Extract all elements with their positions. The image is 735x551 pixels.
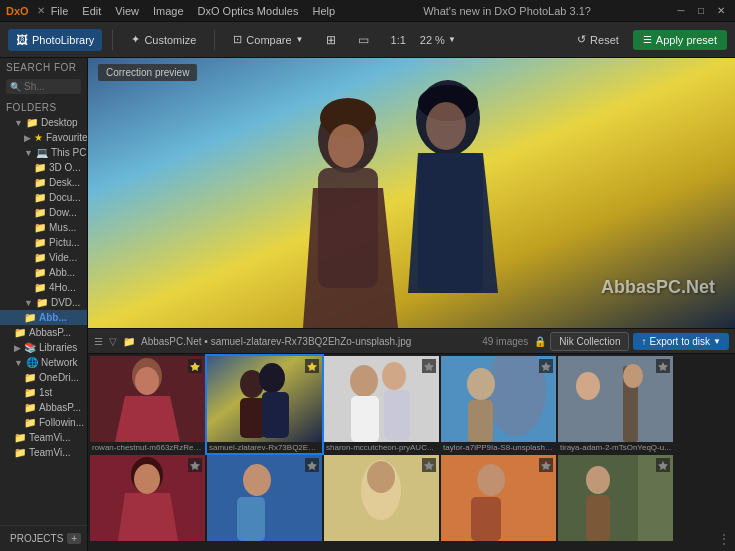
projects-add-button[interactable]: + (67, 533, 81, 544)
apply-preset-icon: ☰ (643, 34, 652, 45)
folder-arrow: ▼ (14, 358, 23, 368)
export-label: Export to disk (649, 336, 710, 347)
projects-row[interactable]: PROJECTS + (6, 530, 81, 547)
menu-help[interactable]: Help (306, 3, 341, 19)
thumbnail-label-6 (90, 541, 205, 543)
folder-item-pic[interactable]: 📁 Pictu... (0, 235, 87, 250)
thumbnail-label-5: tiraya-adam-2-mTsOnYeqQ-u... (558, 442, 673, 453)
folder-label: AbbasP... (29, 327, 71, 338)
filter-icon[interactable]: ☰ (94, 336, 103, 347)
compare-label: Compare (246, 34, 291, 46)
folder-item-onedrive[interactable]: 📁 OneDri... (0, 370, 87, 385)
thumbnail-item-5[interactable]: tiraya-adam-2-mTsOnYeqQ-u... (558, 356, 673, 453)
folder-item-abb-active[interactable]: 📁 Abb... (0, 310, 87, 325)
reset-button[interactable]: ↺ Reset (569, 29, 627, 50)
folder-item-thispc[interactable]: ▼ 💻 This PC (0, 145, 87, 160)
folder-item-abb1[interactable]: 📁 Abb... (0, 265, 87, 280)
svg-rect-46 (586, 495, 610, 541)
view-mode-button[interactable]: ⊞ (318, 29, 344, 51)
window-controls[interactable]: ─ □ ✕ (673, 3, 729, 19)
thumbnail-item-10[interactable] (558, 455, 673, 543)
folder-label: AbbasP... (39, 402, 81, 413)
compare-button[interactable]: ⊡ Compare ▼ (225, 29, 311, 50)
folder-label: Abb... (39, 312, 67, 323)
search-input[interactable] (24, 81, 74, 92)
folder-arrow: ▼ (14, 118, 23, 128)
lock-icon: 🔒 (534, 336, 546, 347)
folder-label: 1st (39, 387, 52, 398)
folder-item-down[interactable]: 📁 Dow... (0, 205, 87, 220)
folder-item-dvd[interactable]: ▼ 📁 DVD... (0, 295, 87, 310)
thumbnail-badge-9 (539, 458, 553, 472)
zoom-control: 22 % ▼ (420, 34, 456, 46)
minimize-button[interactable]: ─ (673, 3, 689, 19)
menu-bar[interactable]: File Edit View Image DxO Optics Modules … (45, 3, 341, 19)
menu-image[interactable]: Image (147, 3, 190, 19)
thumbnail-badge-3 (422, 359, 436, 373)
funnel-icon[interactable]: ▽ (109, 336, 117, 347)
export-icon: ↑ (641, 336, 646, 347)
folder-label: Dow... (49, 207, 77, 218)
thumbnail-item-8[interactable] (324, 455, 439, 543)
search-box[interactable]: 🔍 (6, 79, 81, 94)
folder-item-abbasp2[interactable]: 📁 AbbasP... (0, 400, 87, 415)
export-button[interactable]: ↑ Export to disk ▼ (633, 333, 729, 350)
folder-item-teamvi2[interactable]: 📁 TeamVi... (0, 445, 87, 460)
main-layout: SEARCH FOR 🔍 FOLDERS ▼ 📁 Desktop ▶ ★ Fav… (0, 58, 735, 551)
folder-item-network[interactable]: ▼ 🌐 Network (0, 355, 87, 370)
menu-dxo-optics[interactable]: DxO Optics Modules (192, 3, 305, 19)
svg-rect-26 (468, 400, 493, 442)
folder-item-3do[interactable]: 📁 3D O... (0, 160, 87, 175)
folder-item-vid[interactable]: 📁 Vide... (0, 250, 87, 265)
folder-item-abbasp[interactable]: 📁 AbbasP... (0, 325, 87, 340)
thumbnail-item-7[interactable] (207, 455, 322, 543)
menu-file[interactable]: File (45, 3, 75, 19)
customize-icon: ✦ (131, 33, 140, 46)
thumbnail-row-1: rowan-chestnut-m663zRzRe4... (88, 354, 735, 453)
thumbnail-item-9[interactable] (441, 455, 556, 543)
zoom-dropdown-icon[interactable]: ▼ (448, 35, 456, 44)
folder-icon: 📁 (24, 417, 36, 428)
nik-collection-button[interactable]: Nik Collection (550, 332, 629, 351)
maximize-button[interactable]: □ (693, 3, 709, 19)
preview-area: Correction preview (88, 58, 735, 328)
folder-item-docu[interactable]: 📁 Docu... (0, 190, 87, 205)
more-options-button[interactable]: ⋮ (717, 531, 731, 547)
one-to-one-button[interactable]: 1:1 (383, 30, 414, 50)
close-button[interactable]: ✕ (713, 3, 729, 19)
thumbnail-badge-2 (305, 359, 319, 373)
folder-item-desk[interactable]: 📁 Desk... (0, 175, 87, 190)
folder-item-favourites[interactable]: ▶ ★ Favourites (0, 130, 87, 145)
correction-preview-label: Correction preview (98, 64, 197, 81)
folder-item-desktop[interactable]: ▼ 📁 Desktop (0, 115, 87, 130)
photo-library-button[interactable]: 🖼 PhotoLibrary (8, 29, 102, 51)
split-view-button[interactable]: ▭ (350, 29, 377, 51)
folder-label: TeamVi... (29, 447, 71, 458)
folder-label: Mus... (49, 222, 76, 233)
folder-arrow: ▶ (24, 133, 31, 143)
svg-point-15 (259, 363, 285, 393)
folder-item-following[interactable]: 📁 Followin... (0, 415, 87, 430)
thumbnail-item-1[interactable]: rowan-chestnut-m663zRzRe4... (90, 356, 205, 453)
thumbnail-row-2 (88, 453, 735, 543)
thumbnail-item-6[interactable] (90, 455, 205, 543)
folder-item-4ho[interactable]: 📁 4Ho... (0, 280, 87, 295)
folder-item-1st[interactable]: 📁 1st (0, 385, 87, 400)
svg-point-33 (134, 464, 160, 494)
folder-item-teamvi1[interactable]: 📁 TeamVi... (0, 430, 87, 445)
menu-view[interactable]: View (109, 3, 145, 19)
star-icon: ★ (34, 132, 43, 143)
thumbnail-label-8 (324, 541, 439, 543)
thumbnail-item-4[interactable]: taylor-a7iPP9Ia-S8-unsplash.jpg (441, 356, 556, 453)
customize-button[interactable]: ✦ Customize (123, 29, 204, 50)
toolbar-separator-2 (214, 30, 215, 50)
folder-icon: 📚 (24, 342, 36, 353)
folder-item-libraries[interactable]: ▶ 📚 Libraries (0, 340, 87, 355)
apply-preset-button[interactable]: ☰ Apply preset (633, 30, 727, 50)
export-dropdown-icon[interactable]: ▼ (713, 337, 721, 346)
thumbnail-item-2[interactable]: samuel-zlatarev-Rx73BQ2EhZ... (207, 356, 322, 453)
menu-edit[interactable]: Edit (76, 3, 107, 19)
thumbnail-item-3[interactable]: sharon-mccutcheon-pryAUC... (324, 356, 439, 453)
folder-icon: 📁 (14, 432, 26, 443)
folder-item-mus[interactable]: 📁 Mus... (0, 220, 87, 235)
